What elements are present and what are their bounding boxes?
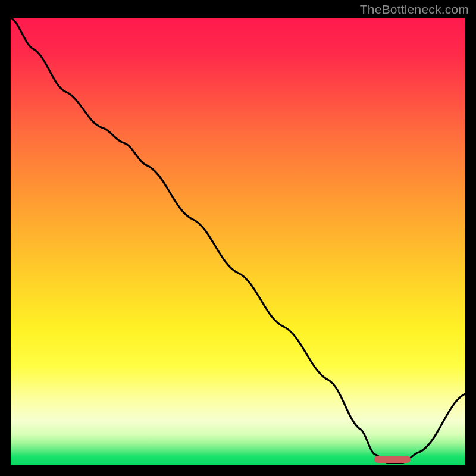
gradient-background [11,18,465,465]
attribution-label: TheBottleneck.com [360,2,469,17]
plot-area [11,18,465,465]
optimal-marker [374,456,411,463]
chart-container: TheBottleneck.com [0,0,476,476]
